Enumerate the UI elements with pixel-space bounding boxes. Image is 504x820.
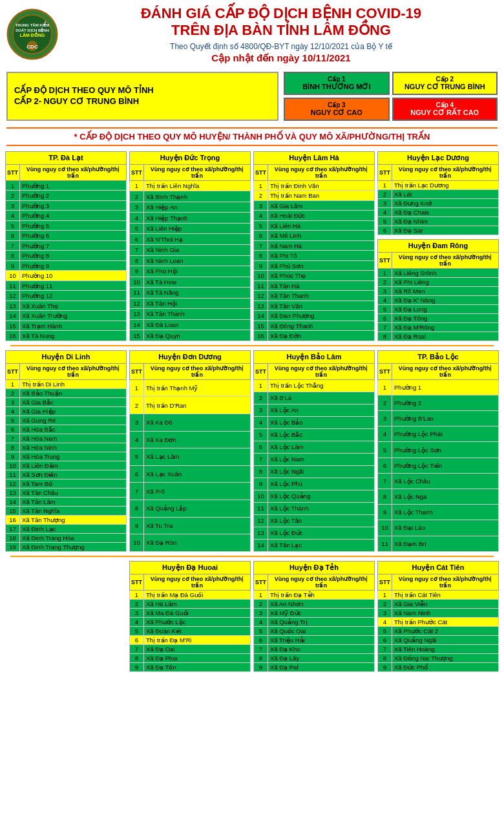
table-row: 5Xã Liên Hiệp [130, 223, 251, 234]
col-vung-header: Vùng nguy cơ theo xã/phường/thị trấn [144, 363, 251, 379]
ward-name: Xã Đinh Trang Hòa [20, 533, 127, 542]
ward-name: Xã Hòa Ninh [20, 443, 127, 452]
table-row: 7Xã Đạ Oai [130, 644, 251, 653]
stt-cell: 17 [6, 524, 20, 533]
table-row: 15Xã Đông Thanh [254, 321, 375, 331]
stt-cell: 7 [254, 644, 268, 653]
ward-name: Xã Tân Châu [20, 488, 127, 497]
table-row: 13Xã Lộc Đức [254, 527, 375, 539]
ward-name: Xã Quốc Oai [268, 626, 375, 635]
ward-name: Xã Đạ Oai [144, 644, 251, 653]
ward-name: Xã Lộc Phú [268, 478, 375, 490]
table-row: 7Xã Lộc Châu [378, 473, 499, 489]
table-row: 2Thị trấn D'Ran [130, 397, 251, 414]
table-row: 2Xã Bảo Thuận [6, 388, 127, 397]
ward-name: Xã Lộc Thanh [392, 505, 499, 520]
stt-cell: 7 [130, 644, 144, 653]
col-stt-header: STT [6, 363, 20, 379]
table-row: 11Xã Đạm Bri [378, 536, 499, 551]
table-row: 6Phường Lộc Tiến [378, 457, 499, 473]
stt-cell: 4 [130, 617, 144, 626]
ward-name: Xã Đạ Tông [392, 313, 499, 322]
ward-name: Xã Tà Hine [144, 277, 251, 288]
stt-cell: 18 [6, 533, 20, 542]
ward-name: Xã Ninh Gia [144, 244, 251, 255]
ward-name: Phường 8 [20, 251, 127, 261]
stt-cell: 8 [130, 255, 144, 266]
district-table: Huyện Lâm HàSTTVùng nguy cơ theo xã/phườ… [253, 151, 375, 341]
stt-cell: 14 [6, 311, 20, 321]
ward-name: Xã Đạ Nhim [392, 216, 499, 226]
ward-name: Xã Đạ Sar [392, 226, 499, 235]
ward-name: Xã Xuân Trường [20, 311, 127, 321]
ward-name: Xã Lộc Thành [268, 502, 375, 514]
district-table: TP. Bảo LộcSTTVùng nguy cơ theo xã/phườn… [377, 350, 499, 552]
col-stt-header: STT [254, 574, 268, 590]
table-row: 9Xã Tu Tra [130, 517, 251, 534]
table-row: 9Xã Đức Phổ [378, 662, 499, 671]
col-stt-header: STT [130, 363, 144, 379]
col-stt-header: STT [6, 164, 20, 180]
table-row: 4Xã Hoài Đức [254, 211, 375, 221]
stt-cell: 1 [130, 590, 144, 599]
stt-cell: 6 [378, 635, 392, 644]
table-row: 9Xã Đạ Tồn [130, 662, 251, 671]
ward-name: Phường 5 [20, 220, 127, 231]
cap3-label: Cấp 3 [328, 101, 346, 109]
stt-cell: 16 [6, 515, 20, 524]
cap3-desc: NGUY CƠ CAO [311, 109, 362, 117]
stt-cell: 5 [130, 448, 144, 466]
stt-cell: 1 [6, 379, 20, 388]
stt-cell: 16 [6, 331, 20, 341]
table-row: 19Xã Đinh Trang Thượng [6, 542, 127, 551]
table-row: 5Xã Đạ Long [378, 304, 499, 313]
ward-name: Xã Mỹ Đức [268, 608, 375, 617]
divider2 [10, 556, 494, 557]
stt-cell: 8 [378, 653, 392, 662]
table-row: 11Phường 11 [6, 280, 127, 291]
stt-cell: 8 [254, 653, 268, 662]
stt-cell: 11 [6, 470, 20, 479]
district-header: TP. Đà Lạt [6, 151, 127, 164]
stt-cell: 7 [378, 644, 392, 653]
stt-cell: 12 [6, 291, 20, 301]
ward-name: Xã Gia Bắc [20, 397, 127, 406]
ward-name: Xã Xuân Thọ [20, 300, 127, 311]
ward-name: Xã Ma Đà Guối [144, 608, 251, 617]
table-row: 2Phường 2 [6, 191, 127, 201]
ward-name: Xã Tân Hà [268, 280, 375, 291]
table-row: 6Xã Đạ Sar [378, 226, 499, 235]
divider1 [10, 345, 494, 346]
table-row: 13Xã Xuân Thọ [6, 300, 127, 311]
col-vung-header: Vùng nguy cơ theo xã/phường/thị trấn [268, 574, 375, 590]
stt-cell: 9 [254, 478, 268, 490]
stt-cell: 9 [254, 662, 268, 671]
ward-name: Xã Đạ K' Nàng [392, 295, 499, 304]
ward-name: Xã Đoàn Kết [144, 626, 251, 635]
ward-name: Xã Lộc Ngãi [268, 465, 375, 478]
table-row: 4Xã Phước Lộc [130, 617, 251, 626]
table-row: 6Xã Đạ Tông [378, 313, 499, 322]
table-row: 7Xã Đạ M'Rông [378, 322, 499, 331]
stt-cell: 11 [254, 502, 268, 514]
table-row: 16Xã Tà Nung [6, 331, 127, 341]
stt-cell: 3 [130, 608, 144, 617]
table-row: 13Xã Tân Thành [130, 309, 251, 320]
table-row: 5Xã Đoàn Kết [130, 626, 251, 635]
table-row: 11Xã Lộc Thành [254, 502, 375, 514]
ward-name: Xã Đan Phượng [268, 311, 375, 321]
stt-cell: 7 [6, 240, 20, 251]
table-row: 13Xã Tân Văn [254, 300, 375, 311]
stt-cell: 3 [378, 411, 392, 426]
ward-name: Xã Tân Thanh [268, 291, 375, 301]
table-row: 8Xã Lộc Nga [378, 489, 499, 504]
stt-cell: 7 [130, 483, 144, 500]
table-row: 16Xã Đạ Đờn [254, 331, 375, 341]
table-row: 2Xã Phi Liêng [378, 277, 499, 286]
stt-cell: 13 [130, 309, 144, 320]
stt-cell: 5 [6, 220, 20, 231]
ward-name: Xã Đạ Pal [268, 662, 375, 671]
stt-cell: 3 [130, 202, 144, 213]
ward-name: Xã Tam Bố [20, 479, 127, 488]
ward-name: Xã Đạ Ròn [144, 534, 251, 552]
